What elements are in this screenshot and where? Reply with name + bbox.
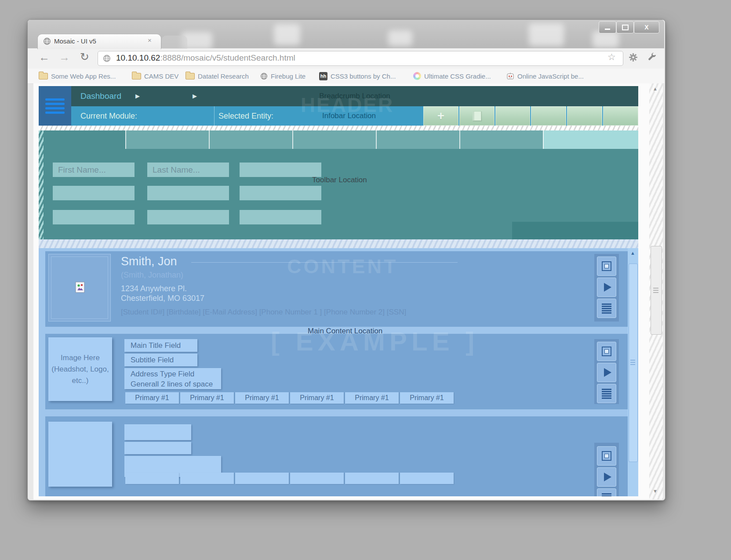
- bookmark-label: Datatel Research: [198, 72, 249, 80]
- scroll-down-icon[interactable]: ▼: [653, 488, 658, 494]
- bookmark-item[interactable]: hhCSS3 buttons by Ch...: [319, 71, 396, 81]
- primary-button[interactable]: Primary #1: [125, 392, 179, 404]
- search-input-blank[interactable]: [53, 186, 135, 200]
- url-text[interactable]: 10.10.10.62:8888/mosaic/v5/studentSearch…: [116, 53, 295, 63]
- content-scrollbar-thumb[interactable]: [629, 264, 638, 462]
- toolbar-tab-active[interactable]: [543, 130, 638, 149]
- first-name-input[interactable]: [53, 163, 135, 177]
- student-result-card[interactable]: Smith, Jon (Smith, Jonathan) 1234 Anywhe…: [45, 251, 628, 327]
- primary-button[interactable]: Primary #1: [235, 392, 289, 404]
- selected-entity-label: Selected Entity:: [218, 106, 273, 126]
- template-card[interactable]: Image Here (Headshot, Logo, etc..) Main …: [45, 334, 628, 409]
- select-button[interactable]: [597, 446, 616, 466]
- primary-button-blank[interactable]: [400, 473, 454, 484]
- open-button[interactable]: [597, 278, 616, 297]
- bookmark-item[interactable]: Ultimate CSS Gradie...: [413, 71, 491, 81]
- desktop: X Mosaic - UI v5 × ← → ↻ 10.10.10.62:888…: [0, 0, 731, 560]
- toolbar-tab[interactable]: [125, 130, 209, 149]
- details-button[interactable]: [597, 488, 616, 496]
- primary-button-blank[interactable]: [345, 473, 399, 484]
- maximize-icon: [622, 25, 629, 30]
- last-name-input[interactable]: [147, 163, 229, 177]
- new-tab-stub[interactable]: [162, 36, 187, 49]
- search-input-blank[interactable]: [147, 210, 229, 224]
- scroll-up-icon[interactable]: ▲: [630, 250, 635, 256]
- primary-button[interactable]: Primary #1: [290, 392, 344, 404]
- image-placeholder: [48, 422, 112, 487]
- back-icon[interactable]: ←: [39, 52, 50, 63]
- divider-stripe: [39, 239, 638, 248]
- divider: [214, 106, 215, 126]
- subtitle-field-blank: [124, 442, 191, 454]
- primary-button[interactable]: Primary #1: [345, 392, 399, 404]
- grip-icon: [653, 292, 658, 293]
- notes-button[interactable]: [458, 106, 495, 126]
- play-icon: [604, 283, 611, 292]
- bookmark-item[interactable]: Some Web App Res...: [39, 71, 116, 81]
- grip-icon: [630, 360, 635, 361]
- add-button[interactable]: +: [423, 106, 458, 126]
- minimize-icon: [605, 29, 610, 30]
- desktop-glare: [388, 30, 412, 46]
- menu-button[interactable]: [39, 86, 71, 126]
- checkbox-icon: [602, 347, 611, 356]
- address-space-line: Generall 2 lines of space: [131, 379, 221, 389]
- globe-icon: [103, 54, 111, 62]
- search-input-blank[interactable]: [53, 210, 135, 224]
- bookmark-item[interactable]: Firebug Lite: [260, 71, 305, 81]
- details-button[interactable]: [597, 384, 616, 403]
- browser-scrollbar-thumb[interactable]: [651, 246, 662, 335]
- primary-button[interactable]: Primary #1: [400, 392, 454, 404]
- close-button[interactable]: X: [634, 21, 659, 33]
- list-icon: [602, 493, 611, 497]
- primary-button-blank[interactable]: [180, 473, 234, 484]
- search-toolbar: Toolbar Location: [39, 130, 638, 239]
- search-input-blank[interactable]: [240, 210, 321, 224]
- bookmark-item[interactable]: Online JavaScript be...: [506, 71, 584, 81]
- toolbar-tab[interactable]: [376, 130, 459, 149]
- toolbar-button-blank[interactable]: [566, 106, 602, 126]
- bookmark-item[interactable]: Datatel Research: [185, 71, 249, 81]
- toolbar-button-blank[interactable]: [602, 106, 638, 126]
- select-button[interactable]: [597, 257, 616, 276]
- toolbar-tab[interactable]: [459, 130, 543, 149]
- gear-icon[interactable]: [628, 52, 639, 63]
- forward-icon[interactable]: →: [59, 52, 70, 63]
- toolbar-button-blank[interactable]: [495, 106, 531, 126]
- search-input-blank[interactable]: [147, 186, 229, 200]
- search-input-blank[interactable]: [240, 163, 321, 177]
- hamburger-icon: [45, 103, 65, 105]
- bookmark-star-icon[interactable]: ☆: [607, 52, 616, 62]
- minimize-button[interactable]: [599, 21, 616, 33]
- open-button[interactable]: [597, 363, 616, 382]
- select-button[interactable]: [597, 342, 616, 361]
- bookmark-label: Firebug Lite: [271, 72, 305, 80]
- details-button[interactable]: [597, 299, 616, 318]
- current-module-label: Current Module:: [80, 106, 137, 126]
- primary-button-blank[interactable]: [125, 473, 179, 484]
- plus-icon: +: [437, 109, 444, 123]
- maximize-button[interactable]: [616, 21, 634, 33]
- reload-icon[interactable]: ↻: [80, 51, 89, 62]
- scroll-up-icon[interactable]: ▲: [653, 86, 658, 91]
- card-action-strip: [594, 254, 619, 322]
- toolbar-tab[interactable]: [209, 130, 292, 149]
- search-input-blank[interactable]: [240, 186, 321, 200]
- open-button[interactable]: [597, 467, 616, 487]
- bookmark-label: Ultimate CSS Gradie...: [424, 72, 491, 80]
- primary-button-blank[interactable]: [290, 473, 344, 484]
- blank-template-card[interactable]: [45, 416, 628, 496]
- image-placeholder-line: etc..): [48, 375, 112, 387]
- tab-close-icon[interactable]: ×: [148, 36, 152, 44]
- wrench-icon[interactable]: [647, 52, 657, 62]
- list-icon: [602, 389, 611, 399]
- student-address-line2: Chesterfield, MO 63017: [121, 294, 204, 303]
- robot-icon: [506, 72, 514, 80]
- toolbar-tab[interactable]: [292, 130, 376, 149]
- toolbar-status-strip: [512, 222, 638, 239]
- primary-button-blank[interactable]: [235, 473, 289, 484]
- toolbar-button-blank[interactable]: [530, 106, 566, 126]
- primary-button[interactable]: Primary #1: [180, 392, 234, 404]
- bookmark-item[interactable]: CAMS DEV: [132, 71, 178, 81]
- tab-title: Mosaic - UI v5: [54, 37, 96, 45]
